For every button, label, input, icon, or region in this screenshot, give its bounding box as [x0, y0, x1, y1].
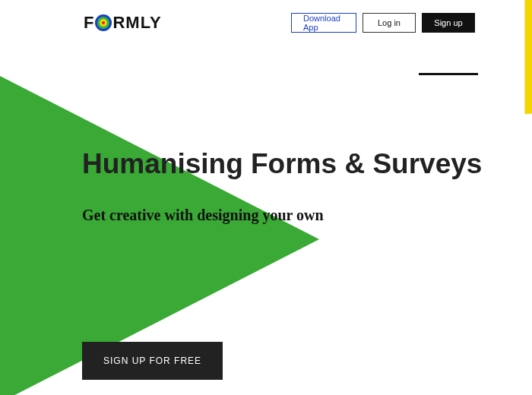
logo-mark-icon — [95, 14, 112, 31]
hero-headline: Humanising Forms & Surveys — [82, 148, 482, 180]
login-button[interactable]: Log in — [363, 13, 416, 33]
header: F RMLY Download App Log in Sign up — [0, 8, 532, 38]
signup-button[interactable]: Sign up — [422, 13, 475, 33]
logo[interactable]: F RMLY — [84, 13, 162, 33]
nav-buttons: Download App Log in Sign up — [291, 13, 475, 33]
black-line-decoration — [419, 73, 478, 75]
download-app-button[interactable]: Download App — [291, 13, 356, 33]
signup-free-button[interactable]: SIGN UP FOR FREE — [82, 342, 223, 380]
logo-text-post: RMLY — [112, 13, 161, 33]
hero-content: Humanising Forms & Surveys Get creative … — [82, 148, 482, 224]
logo-text-pre: F — [84, 13, 94, 33]
hero-subhead: Get creative with designing your own — [82, 207, 482, 224]
